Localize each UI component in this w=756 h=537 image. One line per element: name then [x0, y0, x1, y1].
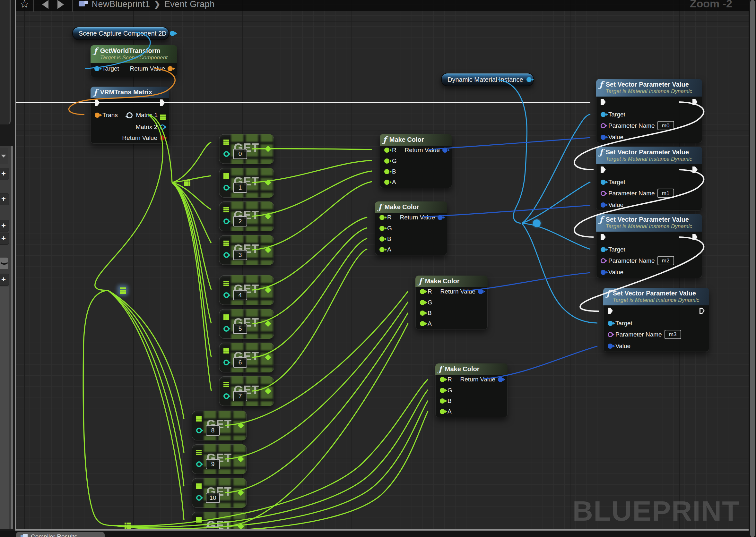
index-input[interactable]: 6: [233, 357, 247, 368]
node-get-array-3[interactable]: GET 3: [219, 235, 274, 265]
reroute-node-material[interactable]: [533, 220, 541, 227]
parameter-name-input[interactable]: m3: [664, 330, 681, 339]
index-pin[interactable]: [196, 428, 202, 434]
pin-r[interactable]: R: [420, 288, 432, 295]
array-pin[interactable]: [160, 114, 162, 116]
pin-matrix-1[interactable]: Matrix 1: [126, 112, 166, 119]
index-pin[interactable]: [223, 219, 229, 224]
pin-return-value[interactable]: Return Value: [400, 214, 443, 221]
node-get-array-6[interactable]: GET 6: [219, 343, 274, 372]
pin-a[interactable]: A: [384, 179, 396, 186]
index-input[interactable]: 11: [206, 526, 220, 531]
transform-pin[interactable]: [95, 113, 100, 118]
exec-out-pin[interactable]: [692, 99, 697, 105]
float-pin[interactable]: [440, 409, 445, 414]
node-get-array-7[interactable]: GET 7: [219, 376, 274, 406]
pin-r[interactable]: R: [440, 376, 452, 383]
index-pin[interactable]: [223, 151, 229, 157]
pin-return-value[interactable]: Return Value: [130, 65, 173, 72]
pin-target[interactable]: Target: [600, 179, 625, 186]
vertical-scrollbar[interactable]: [750, 0, 755, 537]
color-pin[interactable]: [600, 135, 606, 140]
reroute-node-array-3[interactable]: [124, 522, 126, 524]
object-pin[interactable]: [94, 66, 100, 71]
array-input-pin[interactable]: [223, 314, 225, 316]
float-pin[interactable]: [379, 236, 384, 242]
float-pin[interactable]: [384, 158, 389, 164]
exec-in-pin[interactable]: [600, 166, 606, 173]
index-input[interactable]: 9: [206, 459, 220, 469]
index-pin[interactable]: [223, 393, 229, 399]
color-pin[interactable]: [478, 289, 483, 294]
index-pin[interactable]: [196, 461, 202, 467]
pin-a[interactable]: A: [440, 408, 452, 415]
pin-return-value[interactable]: Return Value: [460, 376, 503, 383]
index-pin[interactable]: [196, 495, 202, 501]
color-pin[interactable]: [437, 215, 443, 220]
name-pin[interactable]: [600, 191, 606, 196]
exec-in-pin[interactable]: [608, 308, 613, 314]
pin-parameter-name[interactable]: Parameter Namem3: [608, 330, 681, 339]
object-pin[interactable]: [600, 247, 606, 252]
array-input-pin[interactable]: [223, 281, 225, 282]
float-pin[interactable]: [384, 169, 389, 174]
node-get-array-5[interactable]: GET 5: [219, 309, 274, 339]
exec-in-pin[interactable]: [600, 99, 606, 105]
index-input[interactable]: 3: [233, 250, 247, 260]
favorite-star-icon[interactable]: ☆: [20, 0, 29, 10]
index-pin[interactable]: [223, 360, 229, 365]
node-vrmtrans-matrix[interactable]: ƒ VRMTrans Matrix Trans Matrix 1 Matrix …: [91, 87, 169, 144]
name-pin[interactable]: [600, 123, 606, 128]
index-input[interactable]: 5: [233, 324, 247, 334]
add-macro-button[interactable]: +: [0, 220, 9, 232]
node-make-color-3[interactable]: ƒ Make Color R G B A Return Value: [416, 275, 488, 329]
pin-b[interactable]: B: [379, 235, 391, 242]
pin-parameter-name[interactable]: Parameter Namem1: [600, 188, 674, 198]
index-pin[interactable]: [223, 326, 229, 332]
transform-pin[interactable]: [167, 66, 173, 71]
reroute-node-array-2[interactable]: [120, 287, 122, 289]
object-output-pin[interactable]: [526, 77, 532, 82]
node-get-array-8[interactable]: GET 8: [192, 411, 247, 440]
parameter-name-input[interactable]: m1: [657, 188, 674, 198]
float-pin[interactable]: [384, 147, 389, 153]
color-pin[interactable]: [608, 344, 613, 349]
index-pin[interactable]: [223, 292, 229, 298]
float-pin[interactable]: [440, 388, 445, 393]
exec-out-pin[interactable]: [699, 308, 705, 314]
index-input[interactable]: 10: [206, 493, 220, 503]
pin-g[interactable]: G: [384, 157, 397, 165]
pin-target[interactable]: Target: [608, 320, 632, 327]
pin-return-value[interactable]: Return Value: [405, 146, 448, 154]
object-pin[interactable]: [160, 124, 165, 130]
pin-trans[interactable]: Trans: [95, 112, 118, 119]
pin-g[interactable]: G: [440, 387, 452, 394]
exec-in-pin[interactable]: [95, 100, 100, 106]
node-dynamic-material-instance[interactable]: Dynamic Material Instance: [441, 73, 534, 86]
pin-parameter-name[interactable]: Parameter Namem2: [600, 256, 674, 265]
node-get-array-4[interactable]: GET 4: [219, 275, 274, 305]
index-input[interactable]: 8: [206, 425, 220, 435]
array-input-pin[interactable]: [223, 241, 225, 242]
float-pin[interactable]: [440, 398, 445, 403]
node-scene-capture-component[interactable]: Scene Capture Component 2D: [72, 27, 169, 40]
index-input[interactable]: 1: [233, 183, 247, 193]
tab-compiler-results[interactable]: Compiler Results: [16, 532, 105, 537]
object-pin[interactable]: [600, 180, 606, 185]
breadcrumb-graph[interactable]: Event Graph: [164, 0, 215, 9]
pin-b[interactable]: B: [440, 397, 452, 404]
index-input[interactable]: 2: [233, 216, 247, 227]
pin-r[interactable]: R: [384, 146, 396, 154]
add-event-dispatcher-button[interactable]: +: [0, 274, 9, 286]
float-pin[interactable]: [384, 180, 389, 185]
pin-b[interactable]: B: [384, 168, 396, 175]
event-graph-viewport[interactable]: BLUEPRINT: [15, 0, 750, 531]
array-input-pin[interactable]: [196, 450, 198, 451]
pin-parameter-name[interactable]: Parameter Namem0: [600, 121, 674, 130]
float-pin[interactable]: [440, 377, 445, 382]
array-input-pin[interactable]: [196, 483, 198, 485]
return-pin[interactable]: [160, 135, 165, 141]
color-pin[interactable]: [600, 202, 606, 208]
pin-target[interactable]: Target: [600, 111, 625, 118]
float-pin[interactable]: [379, 226, 384, 231]
